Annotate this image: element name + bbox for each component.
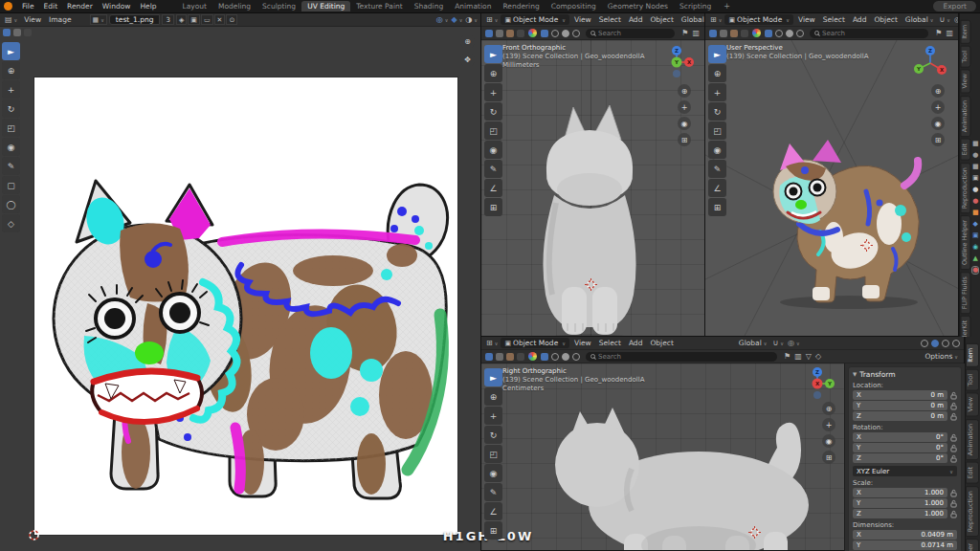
navigation-gizmo[interactable]: Z Y X bbox=[799, 365, 835, 402]
shading-rendered-button[interactable] bbox=[952, 340, 960, 347]
zoom-button[interactable]: ⊕ bbox=[822, 402, 835, 415]
toggle-icon[interactable] bbox=[485, 30, 493, 37]
palette-swatch[interactable] bbox=[13, 29, 21, 36]
transform-tool[interactable]: ◉ bbox=[484, 464, 502, 482]
toggle-icon[interactable] bbox=[720, 30, 727, 37]
uv-menu-item[interactable]: Image bbox=[45, 15, 76, 24]
viewport-menu-item[interactable]: Select bbox=[595, 339, 625, 347]
viewport-menu-item[interactable]: Select bbox=[819, 15, 849, 24]
rotate-tool[interactable]: ↻ bbox=[484, 102, 502, 121]
rotation-row[interactable]: X0° bbox=[853, 432, 957, 442]
viewport-menu-item[interactable]: Add bbox=[625, 339, 647, 347]
sidebar-tab[interactable]: View bbox=[960, 69, 970, 93]
menu-item[interactable]: File bbox=[17, 2, 39, 11]
sidebar-tab[interactable]: Item bbox=[966, 343, 979, 367]
sidebar-tab[interactable]: Tool bbox=[960, 46, 970, 68]
cursor-tool[interactable]: ⊕ bbox=[708, 64, 726, 82]
dimensions-row[interactable]: Y0.0714 m bbox=[853, 540, 957, 550]
shield-icon[interactable]: ◈ bbox=[176, 14, 187, 25]
sidebar-tab[interactable]: Outline Helper bbox=[960, 215, 970, 270]
export-button[interactable]: Export bbox=[933, 1, 976, 11]
annotate-tool[interactable]: ✎ bbox=[2, 157, 20, 175]
location-row[interactable]: X0 m bbox=[853, 390, 957, 400]
annotate-tool[interactable]: ✎ bbox=[708, 160, 726, 178]
select-box-tool[interactable]: ► bbox=[484, 368, 502, 386]
options-dropdown[interactable]: Options bbox=[922, 352, 961, 361]
navigation-gizmo[interactable]: Z X Y bbox=[912, 44, 948, 80]
viewport-menu-item[interactable]: Object bbox=[646, 339, 677, 347]
visibility-toggle[interactable] bbox=[572, 30, 580, 37]
uv-zoom-button[interactable]: ⊕ bbox=[460, 34, 475, 49]
measure-tool[interactable]: ∠ bbox=[484, 502, 502, 520]
cursor-tool[interactable]: ⊕ bbox=[484, 64, 502, 82]
search-box[interactable] bbox=[586, 29, 675, 38]
scene-tab-icon[interactable]: ● bbox=[972, 187, 978, 193]
circle-select-tool[interactable]: ◯ bbox=[2, 195, 20, 213]
workspace-tab[interactable]: Shading bbox=[409, 1, 449, 11]
uv-menu-item[interactable]: View bbox=[20, 15, 45, 24]
visibility-toggle[interactable] bbox=[551, 353, 559, 361]
bookmark-icon[interactable]: ⚑ bbox=[679, 29, 690, 37]
toggle-icon[interactable] bbox=[709, 30, 717, 37]
move-tool[interactable]: + bbox=[484, 407, 502, 425]
toggle-icon[interactable] bbox=[506, 30, 514, 37]
viewport-front-body[interactable]: ►⊕+↻◰◉✎∠⊞ Front Orthographic(139) Scene … bbox=[481, 40, 704, 336]
scale-row[interactable]: X1.000 bbox=[853, 488, 957, 497]
toggle-ortho-button[interactable]: ⊞ bbox=[678, 133, 691, 146]
browse-image-button[interactable]: ▦ bbox=[90, 14, 107, 25]
add-cube-tool[interactable]: ⊞ bbox=[484, 521, 502, 540]
visibility-toggle[interactable] bbox=[775, 30, 783, 37]
workspace-tab[interactable]: Scripting bbox=[674, 1, 717, 11]
pan-button[interactable]: + bbox=[678, 100, 691, 114]
output-tab-icon[interactable]: ■ bbox=[972, 164, 979, 170]
toggle-icon[interactable] bbox=[517, 353, 524, 361]
mode-dropdown[interactable]: ▣Object Mode bbox=[501, 338, 569, 348]
search-box[interactable] bbox=[810, 29, 928, 38]
viewport-user-body[interactable]: ►⊕+↻◰◉✎∠⊞ User Perspective(139) Scene Co… bbox=[705, 40, 958, 336]
transform-panel-header[interactable]: ▼Transform bbox=[853, 369, 957, 379]
tweak-tool[interactable]: ► bbox=[2, 42, 20, 60]
grab-tool[interactable]: ◇ bbox=[2, 214, 20, 232]
editor-type-button[interactable]: ⊞ bbox=[708, 15, 724, 24]
viewport-menu-item[interactable]: Add bbox=[849, 15, 871, 24]
shading-wireframe-button[interactable] bbox=[921, 340, 928, 347]
dimensions-row[interactable]: X0.0409 m bbox=[853, 530, 957, 540]
sidebar-tab[interactable]: Tool bbox=[966, 369, 979, 391]
cursor-tool[interactable]: ⊕ bbox=[484, 387, 502, 406]
rotate-tool[interactable]: ↻ bbox=[708, 102, 726, 121]
workspace-tab[interactable]: UV Editing bbox=[301, 1, 350, 11]
toggle-icon[interactable] bbox=[496, 353, 503, 361]
active-tool-ball-icon[interactable] bbox=[528, 29, 537, 37]
mode-dropdown[interactable]: ▣Object Mode bbox=[724, 14, 793, 25]
pan-button[interactable]: + bbox=[822, 418, 835, 431]
display-channels-button[interactable]: ◑ bbox=[465, 15, 478, 24]
object-tab-icon[interactable]: ■ bbox=[972, 209, 979, 216]
shading-solid-button[interactable] bbox=[931, 340, 939, 347]
select-box-tool[interactable]: ► bbox=[484, 45, 502, 63]
move-tool[interactable]: + bbox=[708, 83, 726, 101]
select-mode-icon[interactable] bbox=[541, 30, 548, 37]
active-tool-ball-icon[interactable] bbox=[528, 352, 537, 361]
bookmark-icon[interactable]: ⚑ bbox=[782, 352, 792, 361]
move-tool[interactable]: + bbox=[2, 80, 20, 99]
pan-button[interactable]: + bbox=[931, 100, 945, 114]
scale-tool[interactable]: ◰ bbox=[2, 119, 20, 137]
snap-magnet-icon[interactable]: ∪ bbox=[937, 15, 952, 24]
overlays-icon[interactable]: ▥ bbox=[792, 352, 804, 361]
toggle-icon[interactable] bbox=[485, 353, 493, 361]
duplicate-image-icon[interactable]: ▣ bbox=[188, 14, 200, 25]
orientation-dropdown[interactable]: Global bbox=[902, 15, 937, 24]
snap-magnet-icon[interactable]: ∪ bbox=[770, 339, 786, 347]
add-workspace-button[interactable]: + bbox=[719, 2, 735, 11]
sidebar-tab[interactable]: Outline Helper bbox=[966, 539, 979, 551]
cursor-tool[interactable]: ⊕ bbox=[2, 61, 20, 79]
add-cube-tool[interactable]: ⊞ bbox=[708, 198, 726, 216]
workspace-tab[interactable]: Layout bbox=[176, 1, 212, 11]
measure-tool[interactable]: ∠ bbox=[708, 179, 726, 197]
rotate-tool[interactable]: ↻ bbox=[484, 426, 502, 444]
sidebar-tab[interactable]: Edit bbox=[966, 462, 979, 484]
zoom-button[interactable]: ⊕ bbox=[678, 84, 691, 98]
rotation-row[interactable]: Y0° bbox=[853, 443, 957, 452]
data-tab-icon[interactable]: ▲ bbox=[973, 255, 978, 262]
visibility-toggle[interactable] bbox=[562, 353, 569, 361]
